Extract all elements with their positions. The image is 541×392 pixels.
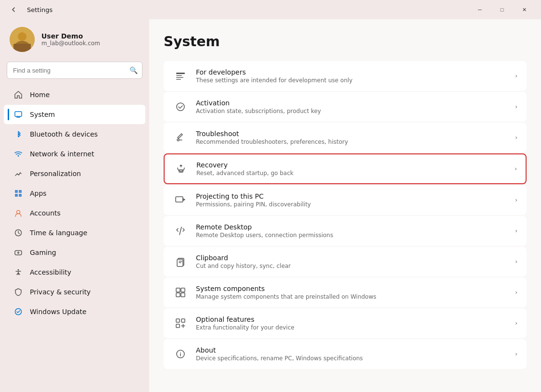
chevron-icon-recovery: › — [515, 165, 517, 172]
chevron-icon-components: › — [515, 289, 517, 296]
item-subtitle-remote-desktop: Remote Desktop users, connection permiss… — [196, 232, 507, 239]
home-icon — [13, 90, 23, 100]
optional-icon — [173, 316, 188, 331]
svg-rect-27 — [176, 293, 180, 297]
network-icon — [13, 149, 23, 159]
svg-rect-28 — [181, 293, 185, 297]
item-text-activation: Activation Activation state, subscriptio… — [196, 99, 507, 114]
item-title-for-developers: For developers — [196, 68, 507, 76]
maximize-button[interactable]: □ — [491, 2, 513, 17]
svg-rect-18 — [176, 79, 181, 80]
svg-rect-3 — [15, 112, 22, 116]
chevron-icon-projecting: › — [515, 197, 517, 203]
svg-rect-6 — [15, 190, 18, 193]
svg-point-33 — [180, 352, 181, 353]
sidebar-item-system-label: System — [30, 111, 55, 118]
settings-item-for-developers[interactable]: For developers These settings are intend… — [164, 61, 527, 91]
troubleshoot-icon — [173, 130, 188, 145]
user-email: m_lab@outlook.com — [41, 40, 100, 47]
svg-rect-29 — [176, 319, 180, 322]
settings-item-about[interactable]: About Device specifications, rename PC, … — [164, 339, 527, 369]
sidebar-item-accessibility[interactable]: Accessibility — [4, 263, 145, 282]
sidebar-item-apps[interactable]: Apps — [4, 184, 145, 203]
item-title-recovery: Recovery — [196, 161, 507, 169]
sidebar-item-privacy[interactable]: Privacy & security — [4, 282, 145, 302]
svg-point-5 — [18, 155, 19, 157]
settings-item-recovery[interactable]: Recovery Reset, advanced startup, go bac… — [164, 153, 527, 184]
settings-item-optional-features[interactable]: Optional features Extra functionality fo… — [164, 308, 527, 338]
sidebar-item-gaming[interactable]: Gaming — [4, 243, 145, 262]
sidebar-item-personalization[interactable]: Personalization — [4, 164, 145, 183]
item-subtitle-activation: Activation state, subscriptions, product… — [196, 108, 507, 114]
sidebar-item-home[interactable]: Home — [4, 85, 145, 104]
sidebar-item-network[interactable]: Network & internet — [4, 144, 145, 164]
chevron-icon-clipboard: › — [515, 258, 517, 265]
sidebar-item-time-label: Time & language — [30, 229, 87, 237]
close-button[interactable]: ✕ — [513, 2, 535, 17]
svg-rect-22 — [176, 197, 183, 202]
accessibility-icon — [13, 267, 23, 277]
item-text-projecting: Projecting to this PC Permissions, pairi… — [196, 192, 507, 208]
sidebar-item-time[interactable]: Time & language — [4, 223, 145, 242]
settings-item-troubleshoot[interactable]: Troubleshoot Recommended troubleshooters… — [164, 123, 527, 152]
item-subtitle-recovery: Reset, advanced startup, go back — [196, 170, 507, 177]
user-profile: User Demo m_lab@outlook.com — [0, 19, 149, 62]
settings-item-system-components[interactable]: System components Manage system componen… — [164, 278, 527, 307]
item-title-system-components: System components — [196, 285, 507, 292]
search-input[interactable] — [7, 62, 142, 79]
nav-list: Home System Bluetooth & devices Network … — [0, 85, 149, 322]
titlebar: Settings ─ □ ✕ — [0, 0, 541, 19]
minimize-button[interactable]: ─ — [469, 2, 491, 17]
settings-item-clipboard[interactable]: Clipboard Cut and copy history, sync, cl… — [164, 247, 527, 277]
item-subtitle-for-developers: These settings are intended for developm… — [196, 77, 507, 84]
sidebar-item-system[interactable]: System — [4, 105, 145, 124]
item-text-remote-desktop: Remote Desktop Remote Desktop users, con… — [196, 223, 507, 239]
svg-point-1 — [18, 32, 26, 41]
item-title-projecting: Projecting to this PC — [196, 192, 507, 200]
item-text-system-components: System components Manage system componen… — [196, 285, 507, 300]
svg-rect-16 — [176, 75, 182, 76]
search-box: 🔍 — [7, 62, 142, 79]
item-text-for-developers: For developers These settings are intend… — [196, 68, 507, 84]
chevron-icon-activation: › — [515, 103, 517, 110]
item-subtitle-optional-features: Extra functionality for your device — [196, 324, 507, 331]
settings-item-activation[interactable]: Activation Activation state, subscriptio… — [164, 92, 527, 122]
settings-item-projecting[interactable]: Projecting to this PC Permissions, pairi… — [164, 185, 527, 215]
sidebar-item-accessibility-label: Accessibility — [30, 268, 71, 276]
user-info: User Demo m_lab@outlook.com — [41, 32, 100, 47]
sidebar-item-bluetooth-label: Bluetooth & devices — [30, 130, 98, 138]
item-subtitle-projecting: Permissions, pairing PIN, discoverabilit… — [196, 201, 507, 208]
item-text-optional-features: Optional features Extra functionality fo… — [196, 316, 507, 331]
chevron-icon-troubleshoot: › — [515, 134, 517, 141]
sidebar-item-accounts[interactable]: Accounts — [4, 203, 145, 223]
item-title-clipboard: Clipboard — [196, 254, 507, 262]
back-button[interactable] — [6, 2, 21, 17]
main-container: User Demo m_lab@outlook.com 🔍 Home Syste… — [0, 19, 541, 392]
item-text-recovery: Recovery Reset, advanced startup, go bac… — [196, 161, 507, 177]
sidebar-item-personalization-label: Personalization — [30, 170, 81, 177]
settings-item-remote-desktop[interactable]: Remote Desktop Remote Desktop users, con… — [164, 216, 527, 246]
chevron-icon-about: › — [515, 351, 517, 357]
svg-rect-17 — [176, 77, 183, 78]
sidebar-item-bluetooth[interactable]: Bluetooth & devices — [4, 125, 145, 144]
window-controls: ─ □ ✕ — [469, 2, 535, 17]
svg-rect-4 — [16, 117, 20, 118]
apps-icon — [13, 189, 23, 198]
item-title-remote-desktop: Remote Desktop — [196, 223, 507, 231]
titlebar-left: Settings — [6, 2, 52, 17]
chevron-icon-remote: › — [515, 228, 517, 234]
settings-list: For developers These settings are intend… — [164, 61, 527, 369]
item-title-optional-features: Optional features — [196, 316, 507, 323]
chevron-icon: › — [515, 73, 517, 79]
svg-point-19 — [177, 103, 184, 111]
item-title-troubleshoot: Troubleshoot — [196, 130, 507, 138]
item-text-about: About Device specifications, rename PC, … — [196, 346, 507, 362]
sidebar-item-accounts-label: Accounts — [30, 209, 61, 217]
sidebar-item-windows-update[interactable]: Windows Update — [4, 302, 145, 321]
svg-rect-15 — [176, 73, 185, 74]
item-subtitle-clipboard: Cut and copy history, sync, clear — [196, 263, 507, 269]
time-icon — [13, 228, 23, 238]
svg-point-13 — [18, 269, 19, 271]
personalization-icon — [13, 169, 23, 178]
sidebar-item-windows-update-label: Windows Update — [30, 308, 87, 316]
